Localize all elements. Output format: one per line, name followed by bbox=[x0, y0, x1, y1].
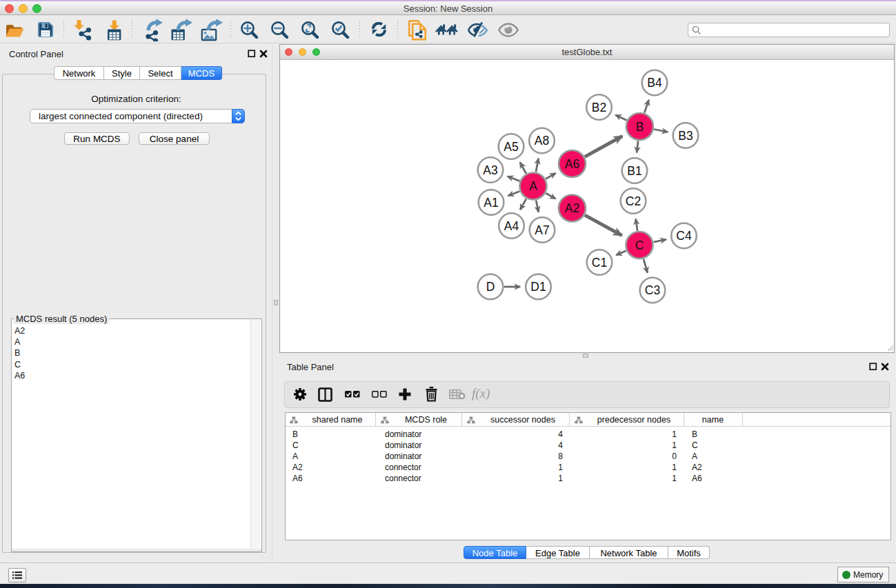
svg-text:A6: A6 bbox=[565, 157, 579, 171]
svg-text:C3: C3 bbox=[645, 283, 660, 297]
svg-text:D1: D1 bbox=[530, 280, 546, 294]
svg-text:A1: A1 bbox=[484, 196, 498, 210]
svg-text:B1: B1 bbox=[627, 164, 641, 178]
svg-text:C1: C1 bbox=[592, 256, 607, 270]
svg-text:B2: B2 bbox=[592, 101, 606, 114]
svg-text:B: B bbox=[636, 120, 644, 134]
svg-text:A2: A2 bbox=[565, 201, 579, 215]
svg-text:B4: B4 bbox=[647, 76, 662, 90]
svg-text:B3: B3 bbox=[678, 129, 693, 143]
svg-text:C4: C4 bbox=[676, 229, 692, 243]
svg-text:A3: A3 bbox=[483, 163, 497, 177]
svg-text:A4: A4 bbox=[504, 219, 519, 233]
svg-text:D: D bbox=[486, 280, 495, 294]
svg-text:A8: A8 bbox=[535, 134, 549, 148]
svg-text:A7: A7 bbox=[535, 223, 549, 237]
svg-text:C: C bbox=[635, 239, 644, 252]
svg-text:C2: C2 bbox=[626, 194, 641, 208]
svg-text:A5: A5 bbox=[504, 140, 518, 154]
svg-text:A: A bbox=[529, 179, 537, 193]
